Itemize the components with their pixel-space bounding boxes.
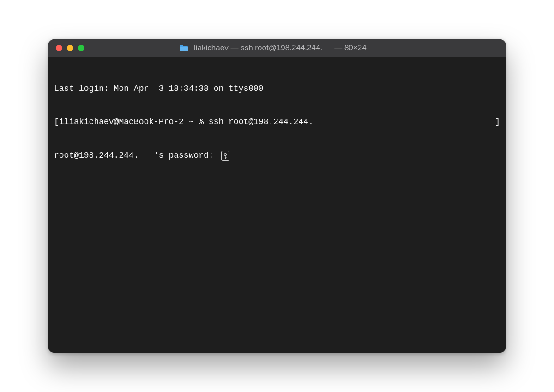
window-title-text: iliakichaev — ssh root@198.244.244. xyxy=(192,43,322,53)
terminal-line-last-login: Last login: Mon Apr 3 18:34:38 on ttys00… xyxy=(54,83,500,94)
folder-icon xyxy=(179,44,188,52)
titlebar[interactable]: iliakichaev — ssh root@198.244.244. — 80… xyxy=(48,39,506,57)
terminal-line-prompt: [iliakichaev@MacBook-Pro-2 ~ % ssh root@… xyxy=(54,116,500,127)
terminal-window: iliakichaev — ssh root@198.244.244. — 80… xyxy=(48,39,506,353)
password-prompt-text: root@198.244.244. 's password: xyxy=(54,150,218,161)
close-button[interactable] xyxy=(56,45,62,51)
prompt-text: iliakichaev@MacBook-Pro-2 ~ % ssh root@1… xyxy=(59,116,313,127)
terminal-body[interactable]: Last login: Mon Apr 3 18:34:38 on ttys00… xyxy=(48,57,506,353)
traffic-lights xyxy=(56,45,84,51)
prompt-open-bracket: [ xyxy=(54,116,59,127)
minimize-button[interactable] xyxy=(67,45,73,51)
window-title-dimensions: — 80×24 xyxy=(334,43,366,53)
prompt-close-bracket: ] xyxy=(495,116,500,127)
svg-point-0 xyxy=(224,153,227,155)
key-icon xyxy=(221,151,229,161)
maximize-button[interactable] xyxy=(78,45,84,51)
window-title: iliakichaev — ssh root@198.244.244. — 80… xyxy=(48,43,506,53)
terminal-line-password: root@198.244.244. 's password: xyxy=(54,150,500,161)
